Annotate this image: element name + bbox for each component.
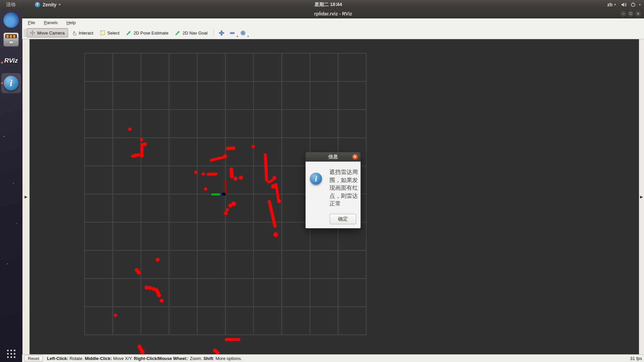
left-panel-expander[interactable]: ▶ — [22, 39, 30, 354]
file-cabinet-icon — [3, 33, 19, 47]
zenity-info-icon: i — [35, 2, 40, 7]
window-title: rplidar.rviz - RViz — [314, 11, 352, 16]
menu-bar: File Panels Help — [22, 18, 644, 27]
window-title-bar[interactable]: rplidar.rviz - RViz − × — [22, 9, 644, 18]
chevron-down-icon: ▾ — [639, 3, 641, 6]
tool-label: Interact — [79, 31, 93, 36]
info-dialog: 信息 × i 遮挡雷达周围，如果发现画面有红点，则雷达正常 确定 — [306, 152, 361, 228]
move-camera-icon — [30, 30, 35, 36]
tool-2d-nav-goal[interactable]: 2D Nav Goal — [172, 28, 210, 37]
power-icon — [631, 2, 636, 7]
toolbar: Move Camera Interact Select 2D Pose Esti… — [22, 27, 644, 39]
plus-icon — [219, 30, 224, 36]
running-indicator — [1, 82, 3, 84]
dialog-body: i 遮挡雷达周围，如果发现画面有红点，则雷达正常 确定 — [306, 162, 361, 228]
apps-grid-icon — [7, 350, 15, 358]
volume-icon — [621, 2, 627, 7]
rviz-logo: RViz — [4, 57, 18, 64]
gnome-top-bar: 活动 i Zenity ▾ 星期二 18∶44 zh ▾ ▾ — [0, 0, 644, 9]
app-menu-button[interactable]: i Zenity ▾ — [31, 2, 64, 7]
reset-button[interactable]: Reset — [24, 355, 43, 362]
green-arrow-icon — [175, 30, 180, 36]
toolbar-drag-handle[interactable] — [23, 29, 26, 37]
system-status-area[interactable]: ▾ — [621, 2, 641, 7]
dialog-title-bar[interactable]: 信息 × — [306, 152, 361, 162]
activities-button[interactable]: 活动 — [0, 0, 21, 9]
status-bar: Reset Left-Click: Rotate. Middle-Click: … — [22, 354, 644, 362]
minimize-button[interactable]: − — [620, 10, 627, 17]
tool-move-camera[interactable]: Move Camera — [26, 28, 68, 38]
maximize-icon — [630, 12, 632, 15]
info-icon: i — [310, 173, 322, 185]
dialog-message: 遮挡雷达周围，如果发现画面有红点，则雷达正常 — [329, 168, 360, 208]
menu-file[interactable]: File — [25, 19, 38, 26]
expand-right-icon: ▶ — [640, 195, 643, 199]
dock: RViz i — [0, 9, 22, 362]
dock-item-rviz[interactable]: RViz — [0, 57, 22, 64]
focus-icon — [240, 30, 246, 36]
ok-button[interactable]: 确定 — [330, 214, 356, 224]
chevron-down-icon: ▾ — [59, 3, 60, 6]
tool-label: 2D Pose Estimate — [133, 31, 168, 36]
input-method-indicator[interactable]: zh ▾ — [607, 2, 616, 7]
right-panel-expander[interactable]: ▶ — [639, 39, 644, 354]
running-indicator — [1, 62, 3, 64]
tool-select[interactable]: Select — [97, 28, 122, 37]
green-arrow-icon — [126, 30, 131, 36]
info-icon: i — [4, 76, 18, 90]
dock-item-files[interactable] — [0, 33, 22, 47]
chevron-down-icon: ▾ — [248, 35, 249, 38]
expand-right-icon: ▶ — [24, 195, 27, 199]
chevron-down-icon: ▾ — [614, 3, 616, 6]
firefox-icon — [3, 12, 19, 28]
tool-label: Select — [107, 31, 119, 36]
toolbar-separator — [213, 29, 214, 37]
hand-pointer-icon — [72, 30, 77, 36]
tool-2d-pose-estimate[interactable]: 2D Pose Estimate — [123, 28, 171, 37]
dock-item-zenity-info[interactable]: i — [0, 73, 22, 94]
show-applications-button[interactable] — [0, 347, 22, 360]
close-button[interactable]: × — [635, 10, 641, 17]
focus-camera-button[interactable]: ▾ — [239, 28, 248, 37]
menu-panels[interactable]: Panels — [41, 19, 61, 26]
mouse-hint-text: Left-Click: Rotate. Middle-Click: Move X… — [47, 356, 242, 361]
tool-label: Move Camera — [37, 31, 65, 36]
tool-interact[interactable]: Interact — [69, 28, 96, 37]
menu-help[interactable]: Help — [63, 19, 79, 26]
maximize-button[interactable] — [628, 10, 634, 17]
dialog-title: 信息 — [328, 154, 338, 160]
dock-item-firefox[interactable] — [0, 12, 22, 28]
tool-label: 2D Nav Goal — [182, 31, 207, 36]
input-method-label: zh — [607, 2, 612, 7]
zoom-out-button[interactable]: ▾ — [228, 28, 237, 37]
clock[interactable]: 星期二 18∶44 — [315, 0, 342, 9]
selection-box-icon — [100, 30, 105, 36]
app-menu-label: Zenity — [43, 2, 56, 7]
fps-counter: 31 fps — [630, 356, 642, 361]
minus-icon — [229, 30, 235, 36]
zoom-in-button[interactable] — [217, 28, 226, 37]
dialog-close-button[interactable]: × — [352, 154, 358, 160]
chevron-down-icon: ▾ — [237, 35, 238, 38]
